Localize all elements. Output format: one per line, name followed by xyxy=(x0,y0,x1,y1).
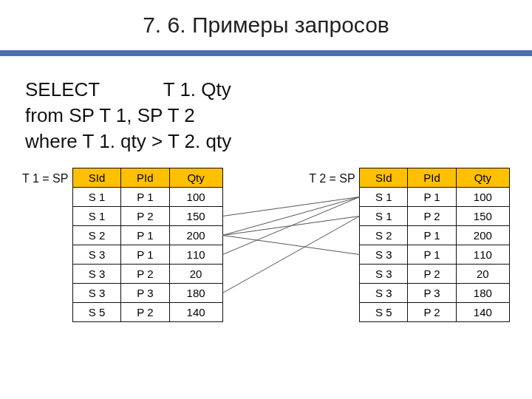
cell: P 3 xyxy=(408,284,456,303)
cell: S 2 xyxy=(72,226,120,245)
table-row: S 3P 220 xyxy=(360,265,510,284)
t1-label: T 1 = SP xyxy=(22,168,72,185)
cell: 100 xyxy=(169,188,222,207)
table-row: S 1P 2150 xyxy=(360,207,510,226)
table-row: S 1P 1100 xyxy=(72,188,222,207)
cell: P 2 xyxy=(408,265,456,284)
cell: S 3 xyxy=(72,284,120,303)
cell: P 2 xyxy=(121,207,169,226)
cell: P 1 xyxy=(121,188,169,207)
table-row: S 3P 3180 xyxy=(360,284,510,303)
sql-line-1: SELECT T 1. Qty xyxy=(25,77,510,103)
cell: 180 xyxy=(456,284,509,303)
table-row: S 2P 1200 xyxy=(72,226,222,245)
cell: P 2 xyxy=(121,303,169,322)
slide-title: 7. 6. Примеры запросов xyxy=(0,0,532,50)
cell: S 3 xyxy=(360,265,408,284)
cell: S 3 xyxy=(72,245,120,265)
cell: P 2 xyxy=(121,265,169,284)
svg-line-0 xyxy=(222,197,359,216)
cell: P 3 xyxy=(121,284,169,303)
table-row: S 3P 1110 xyxy=(72,245,222,265)
cell: 110 xyxy=(169,245,222,265)
cell: P 2 xyxy=(408,207,456,226)
cell: S 3 xyxy=(360,245,408,265)
col-header: PId xyxy=(121,168,169,188)
cell: P 1 xyxy=(408,245,456,265)
cell: 200 xyxy=(169,226,222,245)
table-row: S 1P 1100 xyxy=(360,188,510,207)
t2-label: T 2 = SP xyxy=(309,168,359,185)
cell: S 2 xyxy=(360,226,408,245)
cell: 20 xyxy=(169,265,222,284)
table-row: S 5P 2140 xyxy=(72,303,222,322)
cell: 110 xyxy=(456,245,509,265)
table-row: S 2P 1200 xyxy=(360,226,510,245)
cell: S 5 xyxy=(360,303,408,322)
cell: 150 xyxy=(169,207,222,226)
cell: 100 xyxy=(456,188,509,207)
sql-line-2: from SP T 1, SP T 2 xyxy=(25,103,510,129)
cell: 150 xyxy=(456,207,509,226)
cell: 20 xyxy=(456,265,509,284)
cell: P 1 xyxy=(121,226,169,245)
tables-row: T 1 = SP SIdPIdQtyS 1P 1100S 1P 2150S 2P… xyxy=(22,168,510,322)
svg-line-4 xyxy=(222,197,359,255)
svg-line-3 xyxy=(222,236,359,255)
cell: 140 xyxy=(169,303,222,322)
table-t2: SIdPIdQtyS 1P 1100S 1P 2150S 2P 1200S 3P… xyxy=(359,168,510,322)
col-header: Qty xyxy=(169,168,222,188)
title-text: 7. 6. Примеры запросов xyxy=(143,13,389,38)
sql-line-3: where T 1. qty > T 2. qty xyxy=(25,129,510,154)
cell: 200 xyxy=(456,226,509,245)
cell: 140 xyxy=(456,303,509,322)
title-underline xyxy=(0,50,532,56)
cell: P 2 xyxy=(408,303,456,322)
table-row: S 3P 3180 xyxy=(72,284,222,303)
cell: P 1 xyxy=(121,245,169,265)
cell: S 5 xyxy=(72,303,120,322)
cell: S 3 xyxy=(72,265,120,284)
sql-select: SELECT xyxy=(25,77,158,103)
svg-line-2 xyxy=(222,216,359,236)
table-row: S 3P 220 xyxy=(72,265,222,284)
cell: S 1 xyxy=(360,188,408,207)
cell: S 1 xyxy=(72,207,120,226)
sql-col: T 1. Qty xyxy=(163,78,231,100)
col-header: Qty xyxy=(456,168,509,188)
col-header: SId xyxy=(360,168,408,188)
table-row: S 1P 2150 xyxy=(72,207,222,226)
svg-line-1 xyxy=(222,197,359,236)
sql-block: SELECT T 1. Qty from SP T 1, SP T 2 wher… xyxy=(25,77,510,154)
table-row: S 5P 2140 xyxy=(360,303,510,322)
table-row: S 3P 1110 xyxy=(360,245,510,265)
col-header: PId xyxy=(408,168,456,188)
table-t1: SIdPIdQtyS 1P 1100S 1P 2150S 2P 1200S 3P… xyxy=(72,168,223,322)
cell: S 3 xyxy=(360,284,408,303)
cell: S 1 xyxy=(360,207,408,226)
svg-line-5 xyxy=(222,216,359,293)
col-header: SId xyxy=(72,168,120,188)
cell: 180 xyxy=(169,284,222,303)
cell: P 1 xyxy=(408,226,456,245)
cell: S 1 xyxy=(72,188,120,207)
cell: P 1 xyxy=(408,188,456,207)
